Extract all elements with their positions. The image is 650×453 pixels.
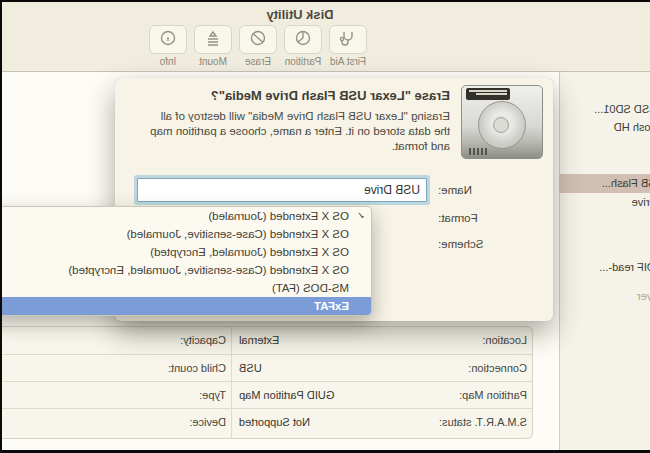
name-input[interactable]: [137, 178, 427, 202]
info-label: Connection:: [468, 362, 527, 374]
info-label: Partition Map:: [459, 389, 527, 401]
first-aid-button[interactable]: First Aid: [329, 25, 367, 67]
dialog-title: Erase "Lexar USB Flash Drive Media"?: [130, 88, 450, 103]
menu-item-osx-extended-case-journaled[interactable]: OS X Extended (Case-sensitive, Journaled…: [2, 225, 371, 243]
disk-utility-window: Disk Utility First Aid Partition: [2, 2, 650, 450]
scheme-label: Scheme:: [438, 238, 550, 250]
sidebar: APPLE SSD SD01... Macintosh HD Lexar USB…: [559, 72, 650, 450]
menu-item-osx-extended-case-journaled-encrypted[interactable]: OS X Extended (Case-sensitive, Journaled…: [2, 261, 371, 279]
mount-icon: [204, 29, 222, 51]
hard-drive-icon: [461, 85, 543, 159]
info-label: S.M.A.R.T. status:: [439, 416, 527, 428]
partition-icon: [294, 29, 312, 51]
menu-item-osx-extended-journaled[interactable]: ✓ OS X Extended (Journaled): [2, 207, 371, 225]
info-label: Device:: [189, 416, 226, 428]
info-icon: [159, 29, 177, 51]
format-label: Format:: [438, 212, 550, 224]
toolbar: Disk Utility First Aid Partition: [2, 2, 650, 72]
toolbar-button-label: Mount: [199, 56, 227, 67]
info-label: Type:: [199, 389, 226, 401]
toolbar-button-group: First Aid Partition Erase: [149, 25, 367, 67]
erase-button[interactable]: Erase: [239, 25, 277, 67]
checkmark-icon: ✓: [357, 207, 365, 225]
partition-button[interactable]: Partition: [284, 25, 322, 67]
menu-item-exfat[interactable]: ExFAT: [2, 297, 371, 315]
menu-item-osx-extended-journaled-encrypted[interactable]: OS X Extended (Journaled, Encrypted): [2, 243, 371, 261]
format-popup-menu: ✓ OS X Extended (Journaled) OS X Extende…: [2, 206, 372, 316]
mount-button[interactable]: Mount: [194, 25, 232, 67]
info-label: Location:: [482, 334, 527, 346]
first-aid-icon: [339, 29, 357, 51]
erase-icon: [249, 29, 267, 51]
info-value: External: [239, 334, 412, 346]
window-title: Disk Utility: [240, 7, 360, 22]
info-value: USB: [239, 362, 412, 374]
toolbar-button-label: Erase: [245, 56, 271, 67]
info-label: Child count:: [168, 362, 226, 374]
menu-item-ms-dos-fat[interactable]: MS-DOS (FAT): [2, 279, 371, 297]
name-label: Name:: [438, 184, 550, 196]
table-row: S.M.A.R.T. status: Not Supported Device:: [2, 408, 532, 436]
info-value: Not Supported: [239, 416, 412, 428]
info-button[interactable]: Info: [149, 25, 187, 67]
info-value: GUID Partition Map: [239, 389, 412, 401]
toolbar-button-label: Partition: [285, 56, 322, 67]
table-row: Location: External Capacity:: [2, 327, 532, 354]
toolbar-button-label: First Aid: [330, 56, 366, 67]
toolbar-button-label: Info: [160, 56, 177, 67]
table-row: Partition Map: GUID Partition Map Type:: [2, 381, 532, 409]
dialog-body-text: Erasing "Lexar USB Flash Drive Media" wi…: [148, 109, 450, 154]
mirrored-screenshot-frame: Disk Utility First Aid Partition: [0, 0, 650, 453]
info-label: Capacity:: [180, 334, 226, 346]
disk-info-table: Location: External Capacity: Connection:…: [2, 326, 533, 439]
table-row: Connection: USB Child count:: [2, 354, 532, 382]
